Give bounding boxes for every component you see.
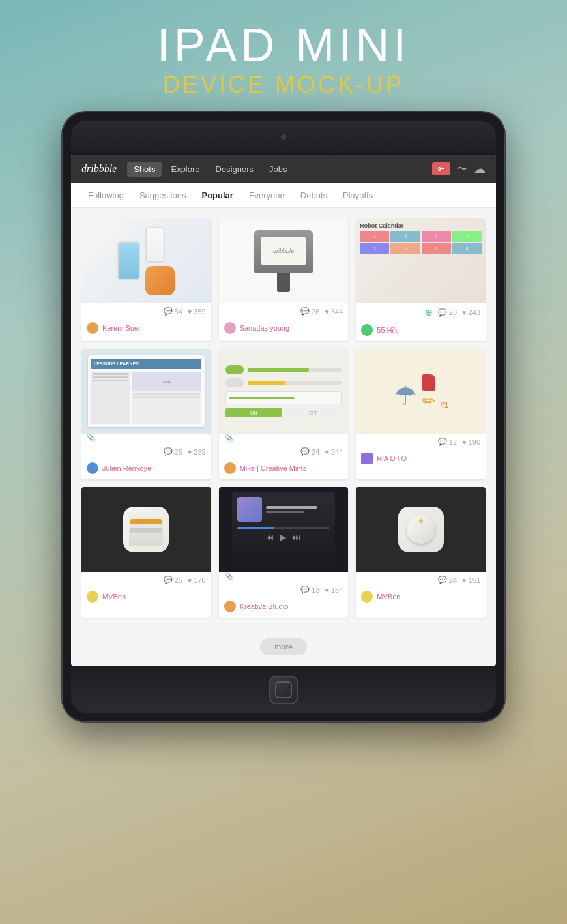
website-body: photo [91, 372, 201, 425]
nav-items: Shots Explore Designers Jobs [127, 162, 432, 177]
page-title-sub: DEVICE MOCK-UP [157, 71, 411, 98]
like-stat: ♥ 154 [325, 586, 343, 594]
shot-meta-1: 💬 54 ♥ 359 [81, 303, 211, 320]
album-art [237, 497, 262, 522]
shot-card-3[interactable]: Robot Calendar 1 2 3 4 5 6 7 8 [356, 218, 486, 341]
author-avatar-6 [361, 453, 373, 464]
knob-circle [407, 515, 435, 544]
comment-icon: 💬 [300, 307, 310, 316]
comment-count: 24 [312, 448, 319, 456]
app-icon [145, 266, 175, 295]
shot-card-6[interactable]: ☂ ✏ #1 💬 12 [356, 349, 486, 479]
shot-thumbnail-6: ☂ ✏ #1 [356, 349, 486, 434]
comment-count: 24 [449, 576, 457, 584]
apple-shape [422, 374, 435, 391]
comment-count: 25 [175, 576, 182, 584]
like-count: 151 [469, 576, 480, 584]
shot-card-9[interactable]: 💬 24 ♥ 151 MVBen [356, 487, 486, 618]
comment-stat: 💬 23 [438, 308, 457, 317]
comment-icon: 💬 [438, 576, 447, 584]
shot-meta-9: 💬 24 ♥ 151 [356, 572, 486, 588]
home-button-inner [275, 681, 292, 698]
shots-container: 💬 54 ♥ 359 Kerem Suer [71, 208, 496, 628]
badge-icon: ⊕ [425, 307, 433, 318]
comment-count: 26 [312, 308, 319, 316]
typewriter-body: dribbble [254, 230, 313, 273]
comment-stat: 💬 25 [164, 447, 182, 456]
heart-icon: ♥ [325, 448, 329, 456]
shot-meta-4: 💬 25 ♥ 239 [81, 443, 211, 460]
shot-card-8[interactable]: ⏮ ▶ ⏭ 📎 💬 13 ♥ [219, 487, 349, 618]
shot-author-5: Mike | Creative Mints [219, 460, 349, 479]
heart-icon: ♥ [188, 448, 192, 456]
author-name-7: MVBen [102, 593, 126, 601]
drawer-body [130, 528, 162, 533]
comment-stat: 💬 54 [164, 307, 182, 316]
tag-1: #1 [441, 401, 448, 409]
shot-author-3: 55 Hi's [356, 321, 486, 341]
calendar-visual: Robot Calendar 1 2 3 4 5 6 7 8 [356, 218, 486, 303]
comment-stat: 💬 12 [438, 438, 457, 446]
tab-popular[interactable]: Popular [195, 188, 239, 203]
heart-icon: ♥ [462, 576, 467, 584]
prev-icon: ⏮ [266, 533, 274, 542]
like-count: 154 [331, 586, 343, 594]
illustration-visual: ☂ ✏ #1 [387, 368, 455, 415]
ui-elements-visual: ON OFF [219, 359, 349, 424]
dribbble-navbar: dribbble Shots Explore Designers Jobs 9+… [71, 155, 496, 183]
comment-stat: 💬 13 [300, 586, 319, 594]
shot-card-7[interactable]: 💬 25 ♥ 170 MVBen [81, 487, 211, 618]
author-name-8: Kreativa Studio [240, 603, 289, 610]
like-count: 359 [194, 308, 205, 316]
title-area: IPAD MINI DEVICE MOCK-UP [157, 0, 411, 112]
shot-card-2[interactable]: dribbble 💬 26 ♥ 344 [219, 218, 349, 341]
heart-icon: ♥ [462, 438, 467, 446]
shot-thumbnail-3: Robot Calendar 1 2 3 4 5 6 7 8 [356, 218, 486, 303]
page-title-main: IPAD MINI [157, 20, 411, 71]
like-stat: ♥ 190 [462, 438, 480, 446]
shot-author-4: Julien Renvoye [81, 460, 211, 479]
nav-item-shots[interactable]: Shots [127, 162, 162, 177]
nav-item-jobs[interactable]: Jobs [263, 162, 293, 177]
second-phone [145, 227, 165, 263]
tab-following[interactable]: Following [81, 188, 130, 203]
shot-card-1[interactable]: 💬 54 ♥ 359 Kerem Suer [81, 218, 211, 341]
home-button[interactable] [269, 676, 298, 704]
phone-mockup [117, 241, 140, 280]
comment-icon: 💬 [164, 447, 173, 456]
like-count: 344 [331, 308, 343, 316]
author-avatar-7 [87, 591, 98, 603]
toggle-on [225, 365, 244, 374]
author-name-9: MVBen [377, 593, 400, 601]
more-button[interactable]: more [260, 638, 306, 655]
shot-card-5[interactable]: ON OFF 📎 💬 24 ♥ 244 [219, 349, 349, 479]
filter-tabs: Following Suggestions Popular Everyone D… [71, 183, 496, 208]
nav-item-explore[interactable]: Explore [164, 162, 206, 177]
dribbble-logo: dribbble [81, 163, 117, 175]
comment-icon: 💬 [300, 447, 310, 456]
nav-item-designers[interactable]: Designers [209, 162, 261, 177]
shot-thumbnail-7 [81, 487, 211, 572]
calendar-title: Robot Calendar [360, 222, 482, 229]
like-count: 190 [469, 438, 480, 446]
tab-playoffs[interactable]: Playoffs [336, 188, 379, 203]
shot-card-4[interactable]: LESSONS LEARNED photo [81, 349, 211, 479]
tab-suggestions[interactable]: Suggestions [133, 188, 193, 203]
more-button-area: more [71, 628, 496, 666]
heart-icon: ♥ [325, 586, 329, 594]
author-name-4: Julien Renvoye [102, 464, 151, 472]
knob-dot [419, 519, 423, 523]
shot-meta-8: 💬 13 ♥ 154 [219, 582, 349, 598]
author-avatar-5 [224, 462, 236, 474]
shot-thumbnail-8: ⏮ ▶ ⏭ [219, 487, 349, 572]
comment-stat: 💬 25 [164, 576, 182, 584]
comment-count: 23 [449, 308, 457, 316]
comment-stat: 💬 24 [438, 576, 457, 584]
comment-icon: 💬 [300, 586, 310, 594]
tab-everyone[interactable]: Everyone [242, 188, 291, 203]
like-stat: ♥ 239 [188, 448, 206, 456]
tab-debuts[interactable]: Debuts [294, 188, 334, 203]
shot-thumbnail-4: LESSONS LEARNED photo [81, 349, 211, 434]
notification-icon[interactable]: 9+ [432, 162, 450, 175]
author-name-3: 55 Hi's [377, 326, 398, 334]
